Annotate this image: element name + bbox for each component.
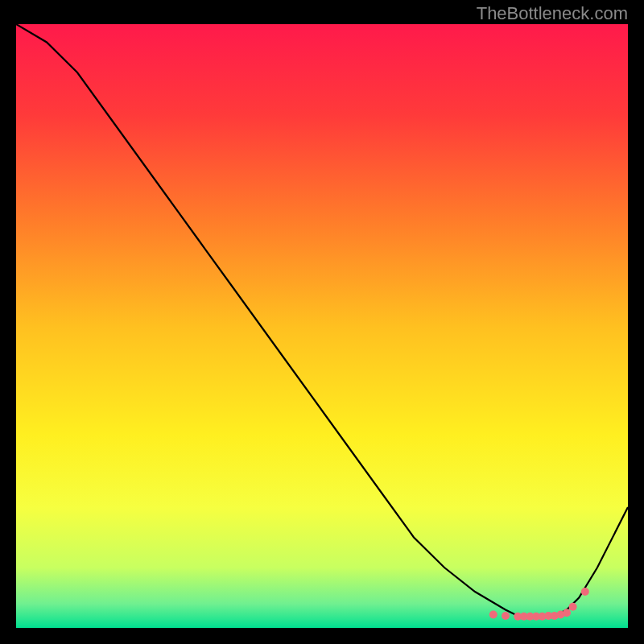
curve-layer (16, 24, 628, 628)
bottleneck-curve (16, 24, 628, 616)
highlight-dot (502, 612, 510, 620)
watermark-text: TheBottleneck.com (477, 3, 628, 24)
highlight-dot (569, 603, 577, 611)
highlight-dots (489, 588, 589, 621)
plot-area (16, 24, 628, 628)
chart-frame: TheBottleneck.com (0, 0, 644, 644)
highlight-dot (489, 611, 497, 619)
highlight-dot (563, 609, 571, 617)
highlight-dot (581, 588, 589, 596)
